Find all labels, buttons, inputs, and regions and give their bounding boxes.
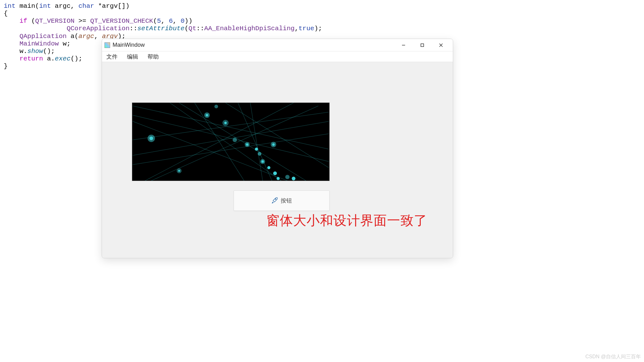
- svg-point-29: [258, 152, 261, 156]
- code-token: w;: [59, 40, 70, 47]
- window-title: MainWindow: [113, 42, 394, 48]
- code-token: ();: [43, 48, 55, 55]
- code-token: )): [185, 17, 192, 25]
- code-token: ();: [70, 55, 82, 62]
- svg-point-42: [275, 198, 276, 199]
- window-controls: [394, 39, 450, 51]
- code-token: QApplication: [4, 33, 67, 40]
- code-token: int: [39, 2, 51, 10]
- code-token: {: [4, 10, 8, 17]
- image-label: [132, 102, 330, 181]
- code-token: true: [298, 25, 314, 32]
- watermark: CSDN @自信人间三百年: [585, 354, 641, 360]
- code-token: QCoreApplication: [67, 25, 130, 32]
- rocket-icon: [271, 197, 278, 205]
- svg-point-25: [233, 138, 237, 142]
- svg-point-40: [178, 170, 180, 172]
- annotation-text: 窗体大小和设计界面一致了: [266, 212, 427, 229]
- code-token: (: [27, 17, 35, 25]
- code-token: MainWindow: [4, 40, 59, 47]
- svg-point-32: [267, 166, 270, 169]
- svg-point-31: [261, 160, 264, 163]
- code-token: AA_EnableHighDpiScaling: [204, 25, 295, 32]
- maximize-button[interactable]: [413, 39, 432, 51]
- code-token: setAttribute: [138, 25, 185, 32]
- push-button[interactable]: 按钮: [234, 190, 330, 211]
- code-token: [4, 25, 67, 32]
- svg-point-27: [246, 143, 249, 146]
- code-token: 6: [169, 17, 173, 25]
- code-token: char: [78, 2, 94, 10]
- menu-edit[interactable]: 编辑: [125, 52, 140, 62]
- code-token: QT_VERSION_CHECK: [90, 17, 153, 25]
- svg-point-24: [224, 122, 227, 124]
- code-token: return: [4, 55, 43, 62]
- code-token: exec: [55, 55, 70, 62]
- svg-point-28: [255, 148, 258, 151]
- svg-point-36: [277, 177, 280, 180]
- code-token: (: [185, 25, 189, 32]
- code-token: a(: [67, 33, 79, 40]
- code-token: ,: [94, 33, 102, 40]
- code-token: argc: [78, 33, 94, 40]
- code-token: *argv[]): [94, 2, 129, 10]
- code-token: if: [4, 17, 27, 25]
- code-token: 0: [181, 17, 185, 25]
- code-token: ,: [173, 17, 181, 25]
- code-token: ,: [295, 25, 299, 32]
- code-token: ::: [129, 25, 137, 32]
- code-token: show: [27, 48, 43, 55]
- svg-point-20: [149, 136, 153, 140]
- code-token: w.: [4, 48, 27, 55]
- code-token: ,: [161, 17, 169, 25]
- svg-point-41: [214, 105, 218, 108]
- code-token: a.: [43, 55, 55, 62]
- svg-point-34: [272, 143, 275, 146]
- menu-help[interactable]: 帮助: [146, 52, 161, 62]
- code-token: Qt: [188, 25, 196, 32]
- code-token: (: [153, 17, 157, 25]
- code-token: QT_VERSION: [35, 17, 75, 25]
- menubar: 文件 编辑 帮助: [102, 51, 453, 62]
- code-token: argc,: [51, 2, 78, 10]
- code-token: }: [4, 63, 8, 70]
- svg-point-37: [285, 175, 290, 179]
- code-token: );: [314, 25, 322, 32]
- network-graphic: [132, 103, 329, 181]
- close-button[interactable]: [432, 39, 450, 51]
- minimize-button[interactable]: [394, 39, 413, 51]
- svg-rect-1: [421, 44, 424, 46]
- svg-point-22: [206, 114, 208, 117]
- code-token: ::: [196, 25, 204, 32]
- code-token: int: [4, 2, 16, 10]
- code-token: main(: [16, 2, 39, 10]
- svg-point-35: [273, 171, 277, 175]
- svg-point-38: [292, 177, 295, 180]
- titlebar[interactable]: MainWindow: [102, 39, 453, 51]
- push-button-label: 按钮: [281, 197, 292, 204]
- code-token: >=: [75, 17, 90, 25]
- app-icon: [104, 42, 110, 48]
- menu-file[interactable]: 文件: [104, 52, 119, 62]
- code-token: 5: [157, 17, 161, 25]
